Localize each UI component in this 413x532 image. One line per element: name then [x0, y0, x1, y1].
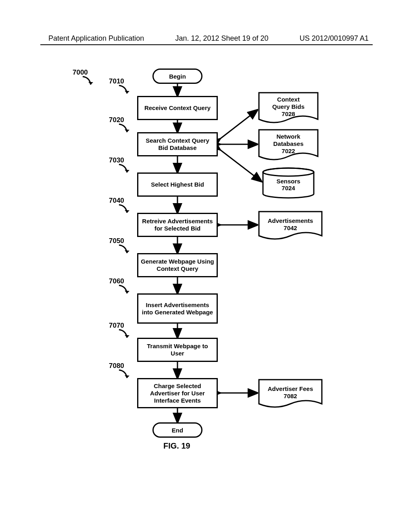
label-7050: 7050 — [109, 237, 124, 245]
svg-marker-23 — [125, 291, 129, 293]
label-7020: 7020 — [109, 116, 124, 124]
node-7070-text: Transmit Webpage to User — [141, 343, 214, 357]
node-7020-text: Search Context Query Bid Database — [141, 137, 214, 152]
node-begin: Begin — [152, 69, 202, 84]
label-7028: 7028 — [282, 110, 295, 118]
node-7024: Sensors 7024 — [261, 167, 315, 199]
node-7070: Transmit Webpage to User — [137, 338, 218, 362]
svg-marker-18 — [125, 91, 129, 94]
node-7022-line2: Databases — [273, 140, 303, 148]
pointer-7070-icon — [117, 329, 133, 341]
node-7040: Retreive Advertisements for Selected Bid — [137, 213, 218, 237]
label-7040: 7040 — [109, 197, 124, 205]
label-7082: 7082 — [284, 393, 297, 400]
pointer-7010-icon — [117, 85, 133, 97]
pointer-7040-icon — [117, 204, 133, 216]
label-7010: 7010 — [109, 77, 124, 85]
node-7010-text: Receive Context Query — [144, 104, 211, 112]
label-7060: 7060 — [109, 277, 124, 285]
pointer-7050-icon — [117, 244, 133, 256]
node-7050-text: Generate Webpage Using Context Query — [141, 258, 214, 272]
label-7000: 7000 — [73, 69, 88, 77]
label-7030: 7030 — [109, 156, 124, 164]
node-begin-text: Begin — [169, 73, 186, 80]
pointer-7000-icon — [81, 76, 97, 88]
diagram-canvas: Begin Receive Context Query Search Conte… — [0, 0, 413, 532]
node-7060-text: Insert Advertisements into Generated Web… — [141, 301, 214, 316]
label-7022: 7022 — [282, 148, 295, 155]
node-7022-line1: Network — [276, 133, 300, 140]
node-7010: Receive Context Query — [137, 96, 218, 120]
node-7022: Network Databases 7022 — [258, 129, 319, 162]
node-7030: Select Highest Bid — [137, 172, 218, 197]
svg-line-12 — [220, 150, 261, 181]
node-7080-text: Charge Selected Advertiser for User Inte… — [141, 382, 214, 404]
node-7060: Insert Advertisements into Generated Web… — [137, 293, 218, 324]
pointer-7020-icon — [117, 123, 133, 135]
svg-marker-19 — [125, 129, 129, 132]
node-7028: Context Query Bids 7028 — [258, 92, 319, 125]
node-7024-text: Sensors — [276, 178, 300, 185]
figure-label: FIG. 19 — [163, 441, 190, 451]
label-7042: 7042 — [284, 224, 297, 232]
pointer-7060-icon — [117, 285, 133, 297]
label-7070: 7070 — [109, 322, 124, 330]
svg-marker-25 — [125, 375, 129, 378]
node-7080: Charge Selected Advertiser for User Inte… — [137, 378, 218, 408]
node-7030-text: Select Highest Bid — [151, 181, 204, 188]
node-7020: Search Context Query Bid Database — [137, 132, 218, 156]
node-7082: Advertiser Fees 7082 — [258, 379, 323, 409]
svg-marker-17 — [88, 82, 93, 85]
label-7080: 7080 — [109, 362, 124, 370]
svg-marker-24 — [125, 335, 129, 338]
node-7082-text: Advertiser Fees — [268, 385, 313, 393]
pointer-7030-icon — [117, 164, 133, 176]
node-7042-text: Advertisements — [268, 217, 313, 224]
pointer-7080-icon — [117, 369, 133, 381]
node-7050: Generate Webpage Using Context Query — [137, 253, 218, 277]
svg-marker-20 — [125, 170, 129, 172]
node-end-text: End — [172, 427, 183, 434]
svg-marker-22 — [125, 250, 129, 253]
node-7042: Advertisements 7042 — [258, 211, 323, 241]
svg-marker-21 — [125, 210, 129, 213]
node-7028-line1: Context — [277, 96, 300, 103]
node-7028-line2: Query Bids — [272, 103, 305, 110]
label-7024: 7024 — [282, 185, 295, 191]
svg-line-10 — [220, 110, 257, 139]
node-end: End — [152, 422, 202, 438]
node-7040-text: Retreive Advertisements for Selected Bid — [141, 218, 214, 232]
